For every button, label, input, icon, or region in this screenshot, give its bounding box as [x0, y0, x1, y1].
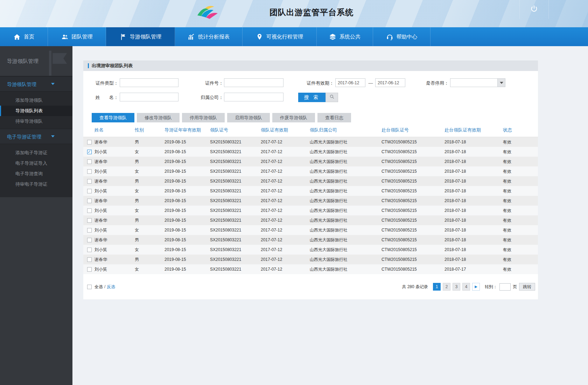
- nav-item-guide-leader[interactable]: 导游领队管理: [106, 27, 175, 46]
- cell-gender: 男: [135, 159, 164, 165]
- cert-no-input[interactable]: [224, 78, 284, 87]
- cell-leader-cert-valid: 2017-07-12: [261, 179, 310, 184]
- tab-disable[interactable]: 停用导游领队: [182, 113, 225, 122]
- row-checkbox[interactable]: [87, 199, 92, 203]
- search-button[interactable]: 搜 索: [298, 93, 326, 102]
- cell-leader-cert-no: SX20150803221: [210, 218, 261, 223]
- disabled-select[interactable]: [450, 78, 505, 87]
- column-header: 赴台领队证有效期: [444, 127, 503, 133]
- row-checkbox[interactable]: [87, 140, 92, 144]
- sidebar-item-add-ecard[interactable]: 添加电子导游证: [0, 148, 72, 158]
- cell-guide-cert-valid: 2019-08-15: [164, 149, 210, 154]
- sidebar-item-query-ecard[interactable]: 电子导游查询: [0, 169, 72, 179]
- page-button-3[interactable]: 3: [453, 283, 460, 291]
- sidebar-item-add-guide[interactable]: 添加导游领队: [0, 95, 72, 106]
- search-icon-button[interactable]: [326, 93, 338, 102]
- nav-item-stats[interactable]: 统计分析报表: [175, 27, 243, 46]
- cell-leader-cert-no: SX20150803221: [210, 149, 261, 154]
- record-count: 共 280 条记录: [402, 284, 428, 290]
- cell-leader-cert-valid: 2017-07-12: [261, 149, 310, 154]
- slash-separator: /: [104, 284, 105, 289]
- page-button-4[interactable]: 4: [462, 283, 470, 291]
- cell-status: 有效: [503, 237, 538, 243]
- tab-enable[interactable]: 启用导游领队: [227, 113, 270, 122]
- cell-status: 有效: [503, 198, 538, 204]
- cell-name: 谢春华: [94, 178, 135, 184]
- row-checkbox[interactable]: [87, 150, 92, 154]
- sidebar-title: 导游领队管理: [0, 46, 72, 76]
- goto-page-input[interactable]: [499, 283, 511, 291]
- sidebar-group-items: 添加导游领队导游领队列表待审导游领队: [0, 92, 72, 129]
- next-page-button[interactable]: ▶: [472, 283, 480, 291]
- row-checkbox[interactable]: [87, 169, 92, 174]
- row-checkbox[interactable]: [87, 248, 92, 252]
- cell-gender: 男: [135, 237, 164, 243]
- select-all-label[interactable]: 全选: [94, 284, 103, 290]
- date-to-input[interactable]: [375, 78, 405, 87]
- nav-item-itinerary[interactable]: 可视化行程管理: [243, 27, 317, 46]
- row-checkbox[interactable]: [87, 228, 92, 233]
- tab-logs[interactable]: 查看日志: [317, 113, 351, 122]
- sidebar-item-pending-ecard[interactable]: 待审电子导游证: [0, 179, 72, 190]
- sidebar-item-pending-guide[interactable]: 待审导游领队: [0, 116, 72, 127]
- row-checkbox[interactable]: [87, 179, 92, 184]
- page-button-1[interactable]: 1: [433, 283, 441, 291]
- cell-status: 有效: [503, 266, 538, 272]
- nav-item-label: 团队管理: [72, 34, 93, 40]
- company-label: 归属公司：: [196, 93, 223, 102]
- page-unit-label: 页: [513, 284, 517, 290]
- sidebar-item-guide-list[interactable]: 导游领队列表: [0, 106, 72, 116]
- row-checkbox[interactable]: [87, 208, 92, 213]
- table-footer: 全选 / 反选 共 280 条记录 1234 ▶ 转到： 页 跳转: [83, 282, 538, 292]
- sidebar-group-items: 添加电子导游证电子导游证导入电子导游查询待审电子导游证: [0, 144, 72, 192]
- sidebar-group-ecard-mgmt[interactable]: 电子导游证管理: [0, 129, 72, 144]
- logout-button[interactable]: [519, 0, 549, 19]
- date-from-input[interactable]: [335, 78, 365, 87]
- goto-button[interactable]: 跳转: [519, 283, 535, 291]
- date-separator: —: [368, 78, 374, 88]
- chevron-down-icon[interactable]: [497, 79, 505, 87]
- cell-leader-cert-valid: 2017-07-12: [261, 228, 310, 233]
- table-row: 刘小笑女2019-08-15SX201508032212017-07-12山西光…: [83, 147, 538, 157]
- sidebar-group-guide-leader-mgmt[interactable]: 导游领队管理: [0, 76, 72, 92]
- cell-company: 山西光大国际旅行社: [310, 218, 382, 223]
- cell-status: 有效: [503, 218, 538, 223]
- table-row: 谢春华男2019-08-15SX201508032212017-07-12山西光…: [83, 176, 538, 186]
- cell-name: 谢春华: [94, 218, 135, 223]
- select-all-checkbox[interactable]: [87, 285, 92, 289]
- cell-company: 山西光大国际旅行社: [310, 227, 382, 233]
- row-checkbox[interactable]: [87, 218, 92, 223]
- row-checkbox[interactable]: [87, 189, 92, 193]
- headset-icon: [386, 33, 393, 41]
- cert-valid-label: 证件有效期：: [303, 78, 334, 88]
- row-checkbox[interactable]: [87, 238, 92, 242]
- tab-view[interactable]: 查看导游领队: [92, 113, 134, 122]
- guide-table: 姓名性别导游证年审有效期领队证号领队证有效期领队归属公司赴台领队证号赴台领队证有…: [83, 123, 538, 274]
- panel-title-bar: 出境游审核团队列表: [83, 60, 538, 71]
- cell-guide-cert-valid: 2019-08-15: [164, 140, 210, 144]
- invert-selection-link[interactable]: 反选: [107, 284, 115, 290]
- cert-type-input[interactable]: [120, 78, 178, 87]
- cell-gender: 女: [135, 266, 164, 272]
- nav-item-team[interactable]: 团队管理: [48, 27, 106, 46]
- cell-taiwan-cert-valid: 2018-07-17: [444, 267, 503, 272]
- cell-name: 谢春华: [94, 159, 135, 165]
- sidebar-item-import-ecard[interactable]: 电子导游证导入: [0, 158, 72, 169]
- cell-taiwan-cert-valid: 2018-07-18: [444, 140, 503, 144]
- cell-taiwan-cert-valid: 2018-07-18: [444, 149, 503, 154]
- page-button-2[interactable]: 2: [443, 283, 450, 291]
- nav-item-system[interactable]: 系统公共: [317, 27, 373, 46]
- company-input[interactable]: [224, 93, 284, 101]
- tab-invalidate[interactable]: 作废导游领队: [272, 113, 315, 122]
- cell-guide-cert-valid: 2019-08-15: [164, 257, 210, 262]
- cell-gender: 男: [135, 218, 164, 223]
- row-checkbox[interactable]: [87, 267, 92, 272]
- cell-guide-cert-valid: 2019-08-15: [164, 179, 210, 184]
- row-checkbox[interactable]: [87, 159, 92, 164]
- tab-edit[interactable]: 修改导游领队: [137, 113, 180, 122]
- nav-item-home[interactable]: 首页: [0, 27, 48, 46]
- row-checkbox[interactable]: [87, 257, 92, 262]
- nav-item-help[interactable]: 帮助中心: [373, 27, 430, 46]
- table-row: 刘小笑女2019-08-15SX201508032212017-07-12山西光…: [83, 264, 538, 274]
- name-input[interactable]: [120, 93, 178, 101]
